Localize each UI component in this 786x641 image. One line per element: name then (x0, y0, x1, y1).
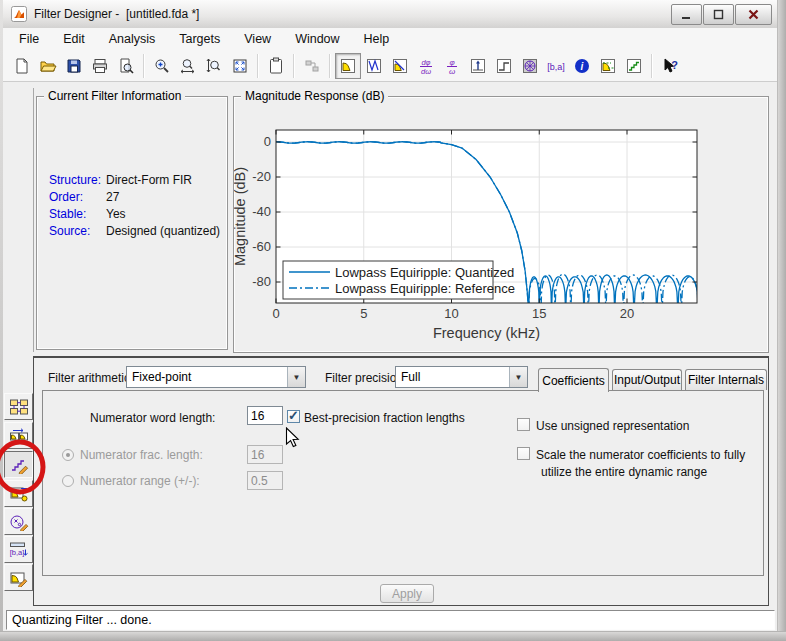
toolbar-button-phase-delay[interactable]: φω (439, 53, 465, 79)
filter-arithmetic-label: Filter arithmetic: (48, 371, 133, 385)
toolbar-button-magnitude-response[interactable] (335, 53, 361, 79)
filter-precision-select[interactable]: Full ▼ (395, 366, 528, 388)
impulse-response-icon (469, 57, 487, 75)
magnitude-response-panel: Magnitude Response (dB) 051015200-20-40-… (233, 96, 769, 353)
numerator-range-radio[interactable] (62, 475, 74, 487)
toolbar-button-full-view[interactable] (227, 53, 253, 79)
menu-item-analysis[interactable]: Analysis (97, 29, 168, 49)
toolbar-button-impulse-response[interactable] (465, 53, 491, 79)
tab-coefficients[interactable]: Coefficients (538, 368, 609, 392)
toolbar-button-step-response[interactable] (491, 53, 517, 79)
svg-text:dω: dω (421, 66, 431, 75)
svg-text:-80: -80 (252, 274, 271, 289)
apply-button[interactable]: Apply (380, 584, 434, 603)
filter-info-value: Designed (quantized) (106, 224, 220, 238)
design-filter-icon (9, 569, 29, 587)
toolbar-button-open-file[interactable] (35, 53, 61, 79)
window-title: Filter Designer - [untitled.fda *] (34, 7, 199, 21)
toolbar-separator (257, 54, 259, 78)
window-frame-right (777, 0, 786, 641)
numerator-frac-length-label: Numerator frac. length: (80, 448, 203, 462)
pole-zero-plot-icon (521, 57, 539, 75)
zoom-x-icon (179, 57, 197, 75)
filter-info-label: Stable: (49, 207, 106, 221)
panel-divider (33, 88, 34, 352)
svg-text:15: 15 (532, 306, 546, 321)
toolbar-separator (293, 54, 295, 78)
svg-text:20: 20 (620, 306, 634, 321)
close-button[interactable] (735, 4, 772, 25)
tab-filter-internals[interactable]: Filter Internals (685, 369, 767, 390)
toolbar-button-context-help[interactable]: ? (657, 53, 683, 79)
chevron-down-icon[interactable]: ▼ (287, 367, 305, 387)
title-bar[interactable]: Filter Designer - [untitled.fda *] (3, 0, 777, 29)
filter-information-icon: i (573, 57, 591, 75)
sidebar-button-transform-filter[interactable] (4, 480, 33, 507)
toolbar-button-new-analysis-clipboard[interactable] (263, 53, 289, 79)
svg-text:?: ? (671, 59, 678, 71)
toolbar-button-phase-response[interactable] (361, 53, 387, 79)
menu-item-window[interactable]: Window (283, 29, 351, 49)
filter-precision-value: Full (396, 370, 509, 384)
numerator-range-field (247, 471, 283, 490)
filter-arithmetic-select[interactable]: Fixed-point ▼ (126, 366, 306, 388)
menu-item-view[interactable]: View (232, 29, 283, 49)
toolbar-button-magnitude-and-phase[interactable] (387, 53, 413, 79)
toolbar-separator (651, 54, 653, 78)
filter-info-row: Source:Designed (quantized) (49, 222, 220, 239)
magnitude-and-phase-icon (391, 57, 409, 75)
menu-item-file[interactable]: File (7, 29, 51, 49)
toolbar-button-zoom-y[interactable] (201, 53, 227, 79)
print-preview-icon (117, 57, 135, 75)
menu-item-edit[interactable]: Edit (51, 29, 97, 49)
menu-item-help[interactable]: Help (352, 29, 402, 49)
svg-text:0: 0 (264, 134, 271, 149)
sidebar-button-pole-zero-editor[interactable] (4, 508, 33, 535)
zoom-in-icon (153, 57, 171, 75)
toolbar-separator (329, 54, 331, 78)
toolbar-button-magnitude-specs[interactable] (595, 53, 621, 79)
step-response-icon (495, 57, 513, 75)
create-multirate-filter-icon (9, 427, 29, 445)
toolbar-button-group-delay[interactable]: dφdω (413, 53, 439, 79)
full-view-icon (231, 57, 249, 75)
toolbar-button-realize-model[interactable] (299, 53, 325, 79)
numerator-word-length-field[interactable] (247, 406, 283, 425)
magnitude-response-icon (339, 57, 357, 75)
scale-numerator-checkbox[interactable]: ✓ (517, 447, 530, 460)
filter-designer-window: Filter Designer - [untitled.fda *] FileE… (0, 0, 786, 641)
use-unsigned-checkbox[interactable]: ✓ (517, 418, 530, 431)
maximize-button[interactable] (703, 4, 734, 25)
sidebar-button-set-quantization-parameters[interactable] (4, 451, 33, 478)
chevron-down-icon[interactable]: ▼ (509, 367, 527, 387)
toolbar-button-save[interactable] (61, 53, 87, 79)
toolbar-button-pole-zero-plot[interactable] (517, 53, 543, 79)
toolbar-button-new-file[interactable] (9, 53, 35, 79)
sidebar-button-realize-model[interactable] (4, 393, 33, 420)
sidebar-button-create-multirate-filter[interactable] (4, 422, 33, 449)
new-file-icon (13, 57, 31, 75)
filter-info-label: Structure: (49, 173, 106, 187)
svg-text:5: 5 (360, 306, 367, 321)
toolbar-button-quantization-staircase[interactable] (621, 53, 647, 79)
best-precision-checkbox[interactable]: ✓ (287, 410, 300, 423)
filter-info-row: Stable:Yes (49, 205, 220, 222)
toolbar-button-zoom-x[interactable] (175, 53, 201, 79)
toolbar-button-filter-coefficients[interactable]: [b,a] (543, 53, 569, 79)
minimize-button[interactable] (671, 4, 702, 25)
toolbar-button-print[interactable] (87, 53, 113, 79)
toolbar-button-filter-information[interactable]: i (569, 53, 595, 79)
filter-coefficients-icon: [b,a] (547, 57, 565, 75)
sidebar-button-design-filter[interactable] (4, 564, 33, 591)
best-precision-label: Best-precision fraction lengths (304, 411, 465, 425)
tab-input-output[interactable]: Input/Output (612, 369, 682, 390)
toolbar-button-zoom-in[interactable] (149, 53, 175, 79)
realize-model-icon (9, 398, 29, 416)
use-unsigned-label: Use unsigned representation (536, 419, 689, 433)
sidebar-button-import-filter[interactable]: [b,a] (4, 536, 33, 563)
toolbar-button-print-preview[interactable] (113, 53, 139, 79)
menu-item-targets[interactable]: Targets (167, 29, 232, 49)
numerator-frac-length-radio[interactable] (62, 449, 74, 461)
svg-text:0: 0 (272, 306, 279, 321)
current-filter-info-title: Current Filter Information (44, 89, 185, 103)
